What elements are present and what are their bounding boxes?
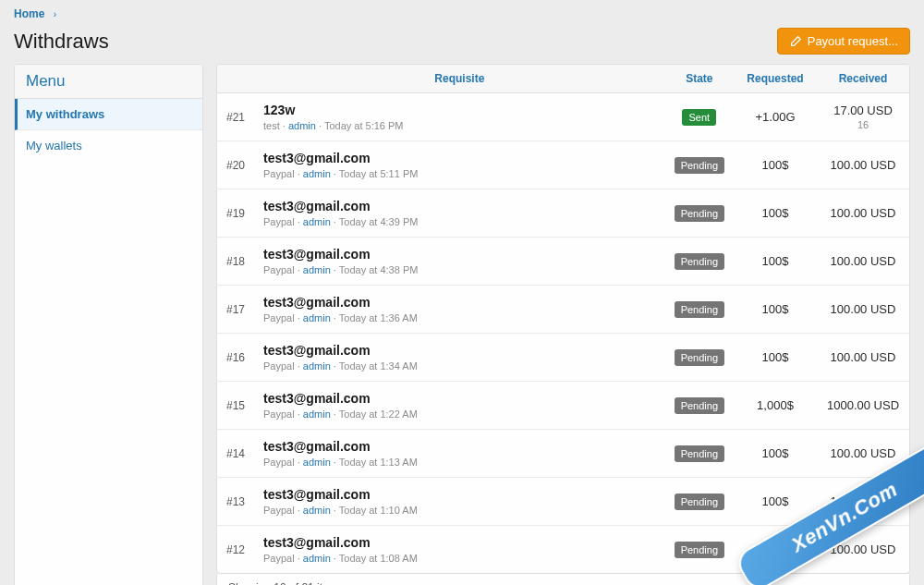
breadcrumb-home[interactable]: Home [14, 7, 44, 20]
sidebar-item-my-withdraws[interactable]: My withdraws [15, 99, 202, 130]
row-title: test3@gmail.com [263, 295, 656, 310]
row-title: test3@gmail.com [263, 535, 656, 550]
table-row[interactable]: #21123wtest · admin · Today at 5:16 PMSe… [217, 93, 909, 141]
breadcrumb: Home › [14, 0, 910, 28]
row-received: 100.00 USD [817, 238, 909, 286]
row-timestamp: Today at 1:36 AM [339, 312, 418, 323]
column-received[interactable]: Received [817, 65, 909, 93]
row-received: 100.00 USD [817, 189, 909, 238]
chevron-right-icon: › [54, 9, 56, 19]
row-subtitle: Paypal · admin · Today at 1:22 AM [263, 408, 656, 420]
row-user-link[interactable]: admin [303, 360, 331, 372]
status-badge: Pending [675, 542, 724, 558]
footer-count: Showing 10 of 21 items [216, 574, 910, 585]
column-requisite[interactable]: Requisite [254, 65, 665, 93]
row-title: test3@gmail.com [263, 391, 656, 406]
payout-request-label: Payout request... [808, 34, 898, 48]
row-requisite: test3@gmail.comPaypal · admin · Today at… [254, 430, 665, 478]
row-title: test3@gmail.com [263, 151, 656, 165]
row-timestamp: Today at 4:39 PM [339, 216, 419, 227]
row-state: Pending [665, 382, 734, 430]
row-id: #14 [217, 430, 254, 478]
row-requested: 100$ [734, 430, 817, 478]
row-id: #13 [217, 478, 254, 526]
status-badge: Pending [675, 445, 724, 462]
row-state: Pending [665, 286, 734, 334]
row-user-link[interactable]: admin [303, 216, 331, 227]
status-badge: Pending [675, 253, 724, 270]
row-requisite: test3@gmail.comPaypal · admin · Today at… [254, 189, 665, 238]
row-id: #21 [217, 93, 254, 141]
row-requested: 100$ [734, 141, 817, 189]
status-badge: Pending [675, 205, 724, 222]
row-state: Pending [665, 430, 734, 478]
row-title: test3@gmail.com [263, 247, 656, 262]
row-received: 100.00 USD [817, 141, 909, 189]
table-row[interactable]: #18test3@gmail.comPaypal · admin · Today… [217, 238, 909, 286]
status-badge: Pending [675, 301, 724, 318]
row-user-link[interactable]: admin [303, 264, 331, 275]
payout-request-button[interactable]: Payout request... [777, 28, 910, 55]
row-requested: +1.00G [734, 93, 817, 141]
row-subtitle: Paypal · admin · Today at 4:38 PM [263, 264, 656, 275]
row-id: #19 [217, 189, 254, 238]
row-requisite: test3@gmail.comPaypal · admin · Today at… [254, 526, 665, 574]
row-title: test3@gmail.com [263, 487, 656, 502]
table-row[interactable]: #14test3@gmail.comPaypal · admin · Today… [217, 430, 909, 478]
row-user-link[interactable]: admin [303, 457, 331, 468]
status-badge: Sent [682, 109, 716, 126]
status-badge: Pending [675, 349, 724, 366]
row-state: Pending [665, 141, 734, 189]
row-requisite: test3@gmail.comPaypal · admin · Today at… [254, 382, 665, 430]
row-requisite: test3@gmail.comPaypal · admin · Today at… [254, 238, 665, 286]
row-timestamp: Today at 1:34 AM [339, 360, 418, 372]
column-requested[interactable]: Requested [734, 65, 817, 93]
status-badge: Pending [675, 494, 724, 510]
row-user-link[interactable]: admin [303, 168, 331, 179]
table-row[interactable]: #17test3@gmail.comPaypal · admin · Today… [217, 286, 909, 334]
table-row[interactable]: #20test3@gmail.comPaypal · admin · Today… [217, 141, 909, 189]
row-requested: 100$ [734, 334, 817, 382]
row-received: 100.00 USD [817, 334, 909, 382]
row-timestamp: Today at 1:08 AM [339, 553, 418, 564]
row-timestamp: Today at 1:13 AM [339, 457, 418, 468]
column-state[interactable]: State [665, 65, 734, 93]
row-requisite: test3@gmail.comPaypal · admin · Today at… [254, 478, 665, 526]
row-user-link[interactable]: admin [303, 312, 331, 323]
row-title: test3@gmail.com [263, 199, 656, 213]
row-title: test3@gmail.com [263, 439, 656, 454]
sidebar-item-my-wallets[interactable]: My wallets [15, 130, 202, 161]
row-subtitle: test · admin · Today at 5:16 PM [263, 120, 656, 131]
row-timestamp: Today at 1:22 AM [339, 408, 418, 420]
row-subtitle: Paypal · admin · Today at 1:13 AM [263, 457, 656, 468]
row-requested: 100$ [734, 286, 817, 334]
row-requested: 1,000$ [734, 382, 817, 430]
row-received: 1000.00 USD [817, 382, 909, 430]
row-subtitle: Paypal · admin · Today at 1:36 AM [263, 312, 656, 323]
sidebar-title: Menu [15, 65, 202, 99]
main-content: Requisite State Requested Received #2112… [216, 64, 910, 585]
status-badge: Pending [675, 397, 724, 414]
row-user-link[interactable]: admin [303, 505, 331, 516]
row-subtitle: Paypal · admin · Today at 4:39 PM [263, 216, 656, 227]
row-state: Pending [665, 334, 734, 382]
row-title: test3@gmail.com [263, 343, 656, 358]
row-timestamp: Today at 5:16 PM [324, 120, 404, 131]
sidebar: Menu My withdrawsMy wallets [14, 64, 203, 585]
table-row[interactable]: #15test3@gmail.comPaypal · admin · Today… [217, 382, 909, 430]
table-row[interactable]: #16test3@gmail.comPaypal · admin · Today… [217, 334, 909, 382]
row-requisite: 123wtest · admin · Today at 5:16 PM [254, 93, 665, 141]
row-received: 100.00 USD [817, 286, 909, 334]
row-id: #16 [217, 334, 254, 382]
row-received: 17.00 USD16 [817, 93, 909, 141]
row-user-link[interactable]: admin [288, 120, 316, 131]
row-requisite: test3@gmail.comPaypal · admin · Today at… [254, 286, 665, 334]
table-row[interactable]: #19test3@gmail.comPaypal · admin · Today… [217, 189, 909, 238]
row-state: Pending [665, 238, 734, 286]
row-user-link[interactable]: admin [303, 553, 331, 564]
row-subtitle: Paypal · admin · Today at 1:10 AM [263, 505, 656, 516]
row-state: Pending [665, 478, 734, 526]
status-badge: Pending [675, 157, 724, 174]
row-user-link[interactable]: admin [303, 408, 331, 420]
row-id: #17 [217, 286, 254, 334]
